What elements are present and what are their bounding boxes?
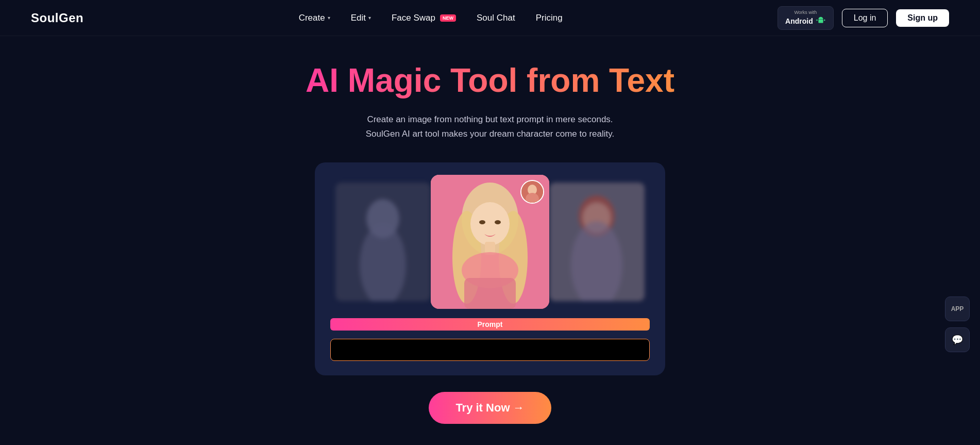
svg-point-14 (495, 220, 501, 224)
navbar: SoulGen Create ▾ Edit ▾ Face Swap NEW So… (0, 0, 980, 36)
chevron-down-icon: ▾ (328, 15, 330, 21)
hero-section: AI Magic Tool from Text Create an image … (0, 36, 980, 424)
try-now-button[interactable]: Try it Now → (429, 392, 551, 424)
nav-label-soulchat: Soul Chat (477, 13, 515, 23)
chat-side-button[interactable]: 💬 (945, 327, 970, 352)
carousel-card: Prompt (315, 162, 665, 375)
android-text: Android (785, 16, 826, 26)
left-image-svg (335, 183, 431, 301)
avatar-svg (521, 181, 543, 203)
new-badge: NEW (440, 14, 456, 22)
nav-label-pricing: Pricing (536, 13, 563, 23)
login-button[interactable]: Log in (842, 9, 888, 27)
nav-item-create[interactable]: Create ▾ (299, 13, 330, 23)
svg-point-13 (479, 220, 485, 224)
nav-label-create: Create (299, 13, 325, 23)
prompt-label: Prompt (330, 318, 650, 331)
android-label: Android (785, 17, 813, 25)
android-badge[interactable]: Works with Android (778, 6, 834, 30)
nav-label-faceswap: Face Swap (392, 13, 435, 23)
app-side-button[interactable]: APP (945, 296, 970, 321)
image-center (431, 175, 549, 309)
image-left (335, 183, 431, 301)
android-icon (816, 16, 826, 26)
side-buttons: APP 💬 (945, 296, 970, 352)
nav-item-faceswap[interactable]: Face Swap NEW (392, 13, 456, 23)
svg-point-1 (821, 21, 822, 21)
hero-subtitle: Create an image from nothing but text pr… (366, 112, 615, 142)
nav-item-soulchat[interactable]: Soul Chat (477, 13, 515, 23)
signup-button[interactable]: Sign up (896, 9, 949, 27)
svg-point-9 (470, 202, 510, 245)
hero-title: AI Magic Tool from Text (306, 62, 674, 100)
subtitle-line1: Create an image from nothing but text pr… (367, 114, 613, 124)
nav-right: Works with Android Log in Sign up (778, 6, 949, 30)
image-right (549, 183, 645, 301)
app-icon: APP (951, 305, 964, 312)
svg-point-0 (819, 21, 820, 21)
right-image-sim (549, 183, 645, 301)
works-with-label: Works with (795, 10, 817, 15)
subtitle-line2: SoulGen AI art tool makes your dream cha… (366, 129, 615, 139)
right-image-svg (549, 183, 645, 301)
chevron-down-icon: ▾ (368, 15, 371, 21)
nav-label-edit: Edit (351, 13, 366, 23)
svg-rect-12 (464, 278, 516, 309)
images-row (330, 175, 650, 309)
logo[interactable]: SoulGen (31, 11, 83, 25)
nav-item-pricing[interactable]: Pricing (536, 13, 563, 23)
nav-links: Create ▾ Edit ▾ Face Swap NEW Soul Chat … (299, 13, 563, 23)
prompt-input[interactable] (330, 339, 650, 361)
left-image-sim (335, 183, 431, 301)
chat-icon: 💬 (952, 334, 963, 345)
nav-item-edit[interactable]: Edit ▾ (351, 13, 371, 23)
